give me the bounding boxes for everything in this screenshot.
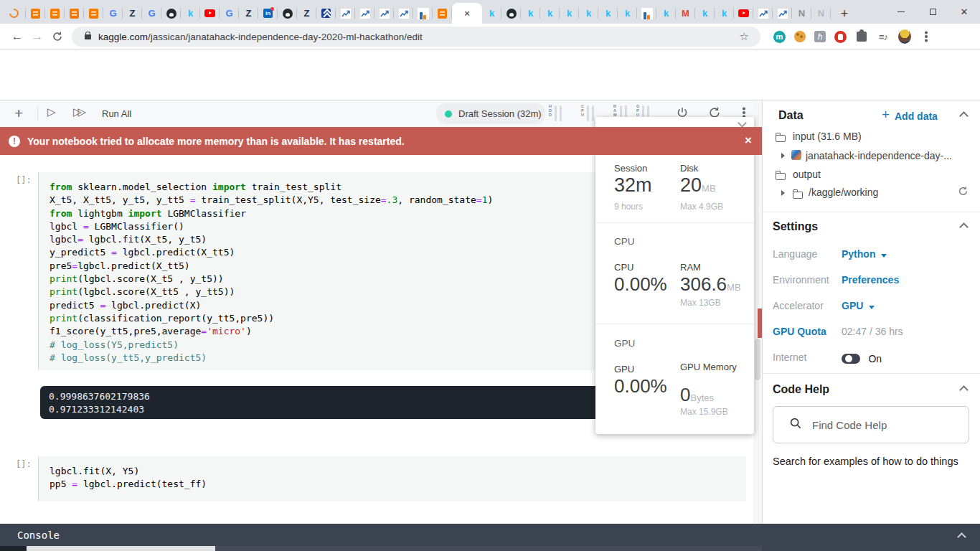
browser-tab-kaggle[interactable]: k: [560, 3, 579, 24]
browser-tab-chart-site[interactable]: [773, 3, 792, 24]
back-icon[interactable]: ←: [7, 27, 27, 47]
add-data-button[interactable]: Add data: [895, 110, 938, 122]
scrollbar-thumb[interactable]: [755, 339, 760, 380]
run-all-icon[interactable]: ▷▷: [73, 105, 83, 118]
url-input[interactable]: kaggle.com/jassican/janatahack-independe…: [72, 27, 760, 47]
browser-tab-analytics-site[interactable]: [316, 3, 336, 24]
browser-tab-n-site[interactable]: N: [811, 3, 831, 24]
error-icon: !: [9, 136, 20, 147]
browser-tab-kaggle[interactable]: k: [521, 3, 540, 24]
browser-tab-docs-site[interactable]: [45, 3, 65, 24]
expand-triangle-icon[interactable]: [781, 190, 785, 196]
working-dir-item[interactable]: /kaggle/working: [809, 187, 878, 198]
browser-tab-youtube[interactable]: [200, 3, 220, 24]
ssl-lock-icon[interactable]: [85, 34, 91, 39]
browser-tab-kaggle[interactable]: k: [579, 3, 598, 24]
profile-avatar[interactable]: [898, 30, 911, 43]
minimize-button[interactable]: [885, 0, 917, 24]
browser-tab-docs-site[interactable]: [65, 3, 84, 24]
browser-tab-kaggle[interactable]: k: [482, 3, 501, 24]
data-collapse-icon[interactable]: [959, 111, 969, 121]
browser-tab-chart-site[interactable]: [753, 3, 773, 24]
browser-tab-kaggle[interactable]: k: [715, 3, 734, 24]
run-all-label[interactable]: Run All: [102, 108, 131, 119]
horizontal-scrollbar-thumb[interactable]: [27, 546, 215, 551]
cookie-extension-icon[interactable]: [794, 31, 806, 42]
browser-tab-kaggle[interactable]: k: [695, 3, 715, 24]
browser-tab-current-kaggle-notebook[interactable]: ×: [452, 3, 482, 24]
browser-tab-chart-site[interactable]: [355, 3, 374, 24]
cpu-usage-meter[interactable]: CPU: [581, 104, 594, 121]
browser-menu-icon[interactable]: [920, 30, 933, 43]
bookmark-star-icon[interactable]: ☆: [740, 30, 749, 43]
expand-triangle-icon[interactable]: [781, 153, 785, 159]
run-cell-icon[interactable]: ▷: [47, 105, 56, 118]
browser-tab-chart-site[interactable]: [374, 3, 394, 24]
extensions-puzzle-icon[interactable]: [855, 30, 868, 43]
browser-tab-kaggle[interactable]: k: [598, 3, 618, 24]
browser-tab-z-site[interactable]: Z: [123, 3, 142, 24]
settings-collapse-icon[interactable]: [959, 222, 969, 232]
h-extension-icon[interactable]: ℏ: [814, 31, 826, 42]
internet-toggle[interactable]: On: [842, 352, 882, 364]
accelerator-dropdown[interactable]: GPU: [842, 300, 875, 311]
code-help-collapse-icon[interactable]: [959, 385, 969, 395]
browser-tab-chart-site[interactable]: [336, 3, 355, 24]
restore-button[interactable]: [917, 0, 948, 24]
browser-tab-docs-site[interactable]: [433, 3, 452, 24]
browser-tab-docs-site[interactable]: [84, 3, 103, 24]
code-help-search-input[interactable]: Find Code Help: [773, 406, 969, 443]
adblock-extension-icon[interactable]: [834, 31, 847, 43]
horizontal-scrollbar[interactable]: [0, 546, 762, 551]
code-cell[interactable]: lgbcl.fit(X, Y5)pp5 = lgbcl.predict(test…: [38, 456, 746, 501]
banner-close-icon[interactable]: ×: [745, 133, 752, 148]
browser-tab-github[interactable]: [278, 3, 297, 24]
gpu-quota-link[interactable]: GPU Quota: [773, 326, 826, 337]
browser-tab-datahack-site[interactable]: [413, 3, 433, 24]
language-label: Language: [773, 248, 817, 260]
forward-icon[interactable]: →: [27, 27, 47, 47]
browser-tab-docs-site[interactable]: [26, 3, 45, 24]
chart-site-favicon: [359, 8, 371, 19]
popup-collapse-icon[interactable]: [738, 118, 747, 128]
browser-tab-google[interactable]: G: [142, 3, 161, 24]
environment-preferences-link[interactable]: Preferences: [842, 274, 899, 286]
browser-tab-youtube[interactable]: [734, 3, 753, 24]
browser-tab-kaggle[interactable]: k: [181, 3, 200, 24]
playlist-extension-icon[interactable]: ≡♪: [877, 30, 890, 43]
output-folder-item[interactable]: output: [793, 169, 821, 180]
browser-tab-kaggle[interactable]: k: [618, 3, 637, 24]
browser-tab-linkedin[interactable]: in: [258, 3, 278, 24]
browser-tab-chart-site[interactable]: [394, 3, 413, 24]
browser-tab-github[interactable]: [161, 3, 181, 24]
browser-tab-kaggle[interactable]: k: [656, 3, 676, 24]
dataset-item[interactable]: janatahack-independence-day-...: [806, 150, 952, 161]
code-editor[interactable]: lgbcl.fit(X, Y5)pp5 = lgbcl.predict(test…: [50, 465, 746, 491]
console-panel[interactable]: Console: [0, 524, 980, 551]
browser-tab-loading[interactable]: [1, 3, 26, 24]
close-window-button[interactable]: ✕: [948, 0, 980, 24]
refresh-output-icon[interactable]: [958, 186, 969, 199]
add-data-plus-icon[interactable]: +: [882, 107, 890, 123]
extension-m-icon[interactable]: m: [773, 31, 786, 43]
kaggle-notebook-editor-screenshot: GZGkGZinZ×kkkkkkkkMkkNN + ✕ ← → kaggle.c…: [0, 0, 980, 551]
browser-tab-datahack-site[interactable]: [637, 3, 656, 24]
tab-close-icon[interactable]: ×: [464, 9, 470, 18]
browser-tab-kaggle[interactable]: k: [540, 3, 560, 24]
notebook-scrollbar[interactable]: [753, 100, 762, 524]
browser-tab-gmail[interactable]: M: [676, 3, 695, 24]
language-dropdown[interactable]: Python: [842, 248, 887, 260]
browser-tab-google[interactable]: G: [220, 3, 239, 24]
add-cell-icon[interactable]: +: [14, 105, 23, 122]
browser-tab-github[interactable]: [501, 3, 521, 24]
browser-tab-google[interactable]: G: [103, 3, 123, 24]
draft-session-status[interactable]: Draft Session (32m): [436, 103, 545, 124]
input-folder-item[interactable]: input (31.6 MB): [793, 131, 862, 142]
reload-icon[interactable]: [47, 27, 67, 47]
console-expand-icon[interactable]: [957, 532, 966, 542]
browser-tab-n-site[interactable]: N: [792, 3, 811, 24]
browser-tab-z-site[interactable]: Z: [239, 3, 258, 24]
hdd-usage-meter[interactable]: HDD: [549, 104, 562, 121]
new-tab-button[interactable]: +: [835, 4, 854, 23]
browser-tab-z-site[interactable]: Z: [297, 3, 316, 24]
